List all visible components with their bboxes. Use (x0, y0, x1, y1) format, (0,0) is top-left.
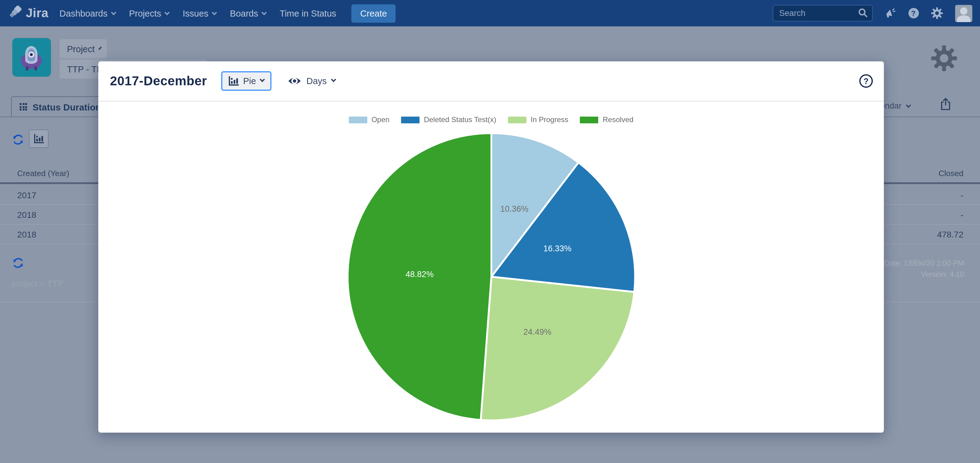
chevron-down-icon (331, 77, 336, 82)
legend-label: Resolved (603, 115, 633, 124)
chevron-down-icon (99, 46, 102, 50)
nav-item-projects[interactable]: Projects (129, 8, 169, 18)
eye-icon (288, 76, 302, 86)
jira-logo[interactable]: Jira (0, 5, 60, 21)
grid-icon (20, 103, 27, 111)
search-icon[interactable] (858, 8, 868, 20)
legend-swatch (401, 116, 420, 123)
chevron-down-icon (165, 10, 170, 15)
legend-item[interactable]: Open (348, 115, 390, 124)
pie-slice-label: 48.82% (406, 270, 434, 279)
unit-dropdown[interactable]: Days (288, 76, 336, 86)
megaphone-icon[interactable] (885, 8, 896, 19)
chevron-down-icon (259, 77, 265, 82)
help-icon[interactable]: ? (859, 74, 873, 88)
create-button[interactable]: Create (352, 4, 396, 22)
chevron-down-icon (212, 10, 217, 15)
pie-chart: 10.36%16.33%24.49%48.82% (345, 130, 638, 423)
bar-chart-icon (229, 76, 239, 86)
jira-logo-text: Jira (26, 6, 49, 20)
nav-item-time-in-status[interactable]: Time in Status (280, 8, 336, 18)
project-scope-dropdown[interactable]: Project (60, 39, 107, 58)
gear-icon[interactable] (931, 7, 943, 19)
column-header-created-year[interactable]: Created (Year) (17, 169, 69, 178)
nav-menu: Dashboards Projects Issues Boards Time i… (60, 8, 336, 18)
chart-legend: OpenDeleted Status Test(x)In ProgressRes… (98, 115, 884, 124)
column-header-closed[interactable]: Closed (939, 169, 963, 178)
chart-type-dropdown[interactable]: Pie (221, 71, 272, 91)
help-icon[interactable]: ? (908, 8, 919, 18)
legend-item[interactable]: In Progress (508, 115, 568, 124)
chart-view-button[interactable] (29, 130, 49, 148)
legend-item[interactable]: Resolved (580, 115, 633, 124)
pie-slice[interactable] (480, 277, 634, 420)
bar-chart-icon (33, 134, 44, 144)
modal-header-divider (98, 101, 884, 101)
pie-slice-label: 10.36% (500, 205, 528, 214)
legend-label: Deleted Status Test(x) (424, 115, 496, 124)
settings-gear-icon[interactable] (931, 45, 957, 74)
jira-app: Jira Dashboards Projects Issues Boards T… (0, 0, 980, 463)
chevron-down-icon (111, 10, 116, 15)
legend-label: In Progress (531, 115, 568, 124)
chevron-down-icon (906, 103, 911, 108)
search-box (772, 5, 872, 22)
modal-header: 2017-December Pie Days (98, 61, 884, 101)
refresh-icon[interactable] (12, 134, 24, 146)
project-avatar (12, 38, 51, 77)
pie-slice-label: 24.49% (523, 327, 552, 336)
legend-swatch (508, 116, 527, 123)
nav-item-issues[interactable]: Issues (183, 8, 216, 18)
legend-swatch (348, 116, 367, 123)
refresh-icon[interactable] (12, 257, 24, 269)
modal-title: 2017-December (110, 74, 207, 88)
nav-item-boards[interactable]: Boards (230, 8, 266, 18)
jira-logo-icon (9, 5, 22, 21)
project-avatar-monster (12, 38, 51, 77)
chevron-down-icon (262, 10, 267, 15)
user-avatar[interactable] (955, 5, 972, 22)
jql-filter-text[interactable]: project = TTP (12, 279, 63, 289)
pie-slice-label: 16.33% (543, 244, 571, 253)
navbar-right: ? (772, 5, 980, 22)
chart-modal: 2017-December Pie Days (98, 61, 884, 433)
version-text: Version: 4.10 (921, 270, 964, 279)
top-navbar: Jira Dashboards Projects Issues Boards T… (0, 0, 980, 26)
legend-item[interactable]: Deleted Status Test(x) (401, 115, 496, 124)
nav-item-dashboards[interactable]: Dashboards (60, 8, 116, 18)
legend-swatch (580, 116, 598, 123)
export-icon[interactable] (940, 98, 951, 113)
legend-label: Open (371, 115, 390, 124)
